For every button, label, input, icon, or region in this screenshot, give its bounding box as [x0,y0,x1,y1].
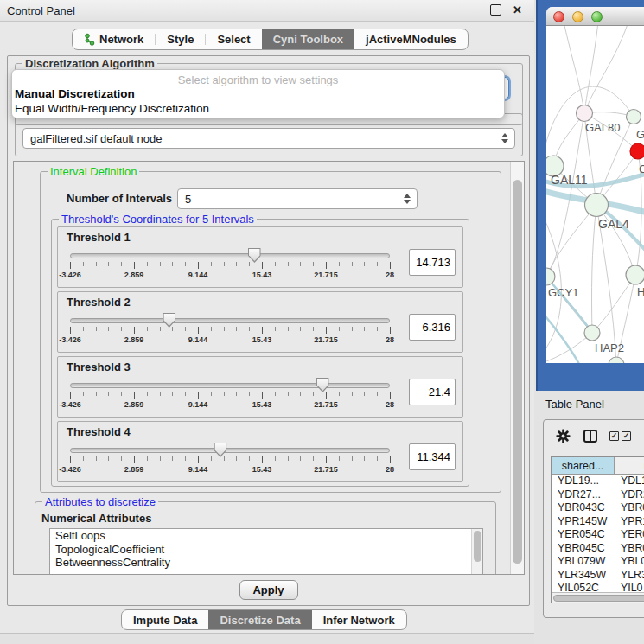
network-window-titlebar[interactable] [546,7,644,26]
algorithm-option-equal-width[interactable]: Equal Width/Frequency Discretization [12,101,504,116]
number-of-intervals-combobox[interactable]: 5 [177,188,418,209]
table-horizontal-scrollbar-thumb[interactable] [553,595,644,602]
table-cell[interactable]: YBL0 [615,555,644,569]
column-header-shared-name[interactable]: shared... [552,457,615,474]
float-window-icon[interactable] [490,4,501,16]
threshold-slider[interactable]: -3.4262.8599.14415.4321.71528 [67,246,399,285]
list-scrollbar[interactable] [471,529,482,575]
list-item[interactable]: TopologicalCoefficient [50,543,482,557]
slider-track[interactable] [70,448,390,453]
threshold-slider[interactable]: -3.4262.8599.14415.4321.71528 [67,376,399,415]
table-cell[interactable]: YPR1 [615,515,644,529]
zoom-window-icon[interactable] [591,11,603,22]
threshold-slider[interactable]: -3.4262.8599.14415.4321.71528 [67,441,399,480]
minimize-window-icon[interactable] [572,11,583,22]
network-node[interactable] [577,105,593,122]
threshold-value-field[interactable] [409,443,456,470]
table-row[interactable]: YDR27...YDR2 [552,488,644,502]
table-row[interactable]: YDL19...YDL1 [552,475,644,488]
table-cell[interactable]: YBR0 [615,542,644,556]
network-node[interactable] [609,357,624,363]
table-row[interactable]: YPR145WYPR1 [552,515,644,529]
node-table: shared... n YDL19...YDL1 YDR27...YDR2 YB… [551,456,644,603]
network-canvas[interactable]: GAL80 G C GAL11 GAL4 GCY1 H HAP2 [546,26,644,363]
network-node[interactable] [585,194,609,217]
table-cell[interactable]: YDL1 [615,475,644,488]
algorithm-option-manual[interactable]: Manual Discretization [12,86,504,101]
close-window-icon[interactable] [553,11,564,22]
table-cell[interactable]: YER054C [552,528,615,542]
settings-scrollbar-thumb[interactable] [513,180,522,564]
slider-major-tick [262,327,263,334]
tick-label: 21.715 [314,400,338,409]
tab-infer-network[interactable]: Infer Network [312,610,406,629]
table-cell[interactable]: YBR0 [615,501,644,515]
slider-thumb[interactable] [163,313,175,328]
table-cell[interactable]: YBL079W [552,555,615,569]
number-of-intervals-label: Number of Intervals [67,192,172,205]
slider-track[interactable] [70,318,390,323]
slider-track[interactable] [70,253,390,258]
table-row[interactable]: YLR345WYLR3 [552,569,644,583]
apply-button[interactable]: Apply [239,580,298,600]
checkbox-icon[interactable]: ✓ [622,431,631,441]
tab-network[interactable]: Network [73,29,155,49]
tab-impute-data[interactable]: Impute Data [122,610,208,629]
slider-track[interactable] [70,383,390,388]
network-node[interactable] [546,268,555,285]
table-data-combobox[interactable]: galFiltered.sif default node [22,128,515,149]
threshold-slider[interactable]: -3.4262.8599.14415.4321.71528 [67,311,399,350]
threshold-value-field[interactable] [409,249,456,276]
slider-major-tick [390,392,391,399]
table-cell[interactable]: YLR3 [615,569,644,583]
table-cell[interactable]: YBR043C [552,501,615,515]
table-cell[interactable]: YDR27... [552,488,615,502]
interval-definition-group: Interval Definition Number of Intervals … [40,171,501,493]
list-item[interactable]: BetweennessCentrality [50,556,482,570]
slider-major-tick [134,392,135,399]
slider-thumb[interactable] [248,248,261,263]
list-scrollbar-thumb[interactable] [474,531,481,562]
table-cell[interactable]: YER0 [615,528,644,542]
close-panel-icon[interactable]: ✕ [513,3,522,16]
table-cell[interactable]: YDL19... [552,475,615,488]
list-item[interactable]: SelfLoops [50,529,482,543]
network-node[interactable] [627,110,641,124]
table-cell[interactable]: YDR2 [615,488,644,502]
tab-network-label: Network [99,33,143,46]
table-row[interactable]: YBL079WYBL0 [552,555,644,569]
tab-jactivemnodules[interactable]: jActiveMNodules [354,29,468,49]
table-cell[interactable]: YPR145W [552,515,615,529]
slider-major-tick [70,392,71,399]
network-node[interactable] [626,265,644,284]
tab-discretize-data[interactable]: Discretize Data [208,610,311,629]
tab-cyni-toolbox[interactable]: Cyni Toolbox [262,29,354,49]
node-label-gcy1: GCY1 [548,286,578,299]
tab-impute-data-label: Impute Data [133,614,197,627]
table-row[interactable]: YER054CYER0 [552,528,644,542]
table-settings-gear-icon[interactable] [556,429,571,446]
tick-label: -3.426 [59,335,81,344]
table-row[interactable]: YBR045CYBR0 [552,542,644,556]
slider-thumb[interactable] [214,443,226,457]
slider-thumb[interactable] [316,378,329,392]
threshold-value-field[interactable] [409,379,456,405]
table-cell[interactable]: YLR345W [552,569,615,583]
checkbox-icon[interactable]: ✓ [609,431,619,441]
table-row[interactable]: YBR043CYBR0 [552,501,644,515]
table-cell[interactable]: YBR045C [552,542,615,556]
thresholds-group: Threshold's Coordinates for 5 Intervals … [51,219,469,487]
network-node-selected[interactable] [630,143,644,159]
tab-select[interactable]: Select [206,29,261,49]
network-node[interactable] [584,325,600,341]
show-columns-icon[interactable] [583,430,597,443]
control-panel-title: Control Panel [7,4,75,17]
table-horizontal-scrollbar[interactable] [552,592,644,603]
column-header-name[interactable]: n [615,457,644,474]
tab-style[interactable]: Style [156,29,205,49]
algorithm-dropdown-popup: Select algorithm to view settings Manual… [11,69,505,118]
threshold-panel: Threshold 3 -3.4262.8599.14415.4321.7152… [57,356,463,418]
settings-scrollbar[interactable] [510,162,524,574]
threshold-value-field[interactable] [409,314,456,341]
tab-infer-network-label: Infer Network [323,614,395,627]
